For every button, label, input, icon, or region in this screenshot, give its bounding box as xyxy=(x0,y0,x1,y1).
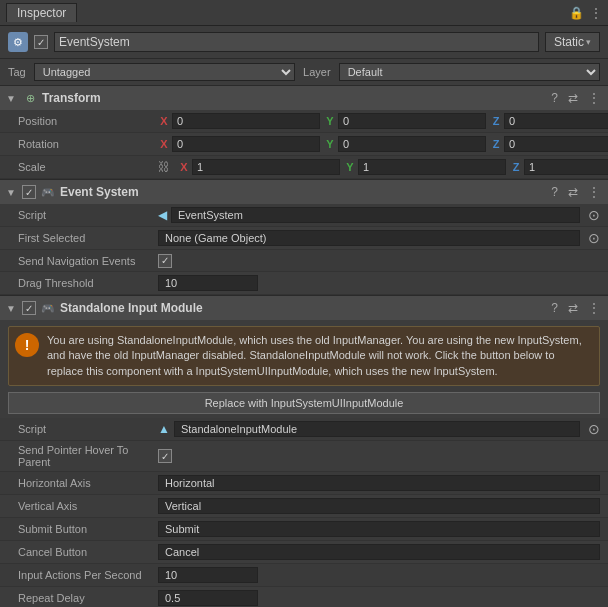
eventsystem-script-value: ◀ ⊙ xyxy=(158,207,600,223)
transform-header[interactable]: ▼ ⊕ Transform ? ⇄ ⋮ xyxy=(0,86,608,110)
standalone-repeatdelay-input[interactable] xyxy=(158,590,258,606)
position-x-input[interactable] xyxy=(172,113,320,129)
standalone-submit-row: Submit Button xyxy=(0,518,608,541)
standalone-header[interactable]: ▼ 🎮 Standalone Input Module ? ⇄ ⋮ xyxy=(0,296,608,320)
object-header: ⚙ Static ▾ xyxy=(0,26,608,59)
standalone-cancel-input[interactable] xyxy=(158,544,600,560)
inspector-tab-label: Inspector xyxy=(17,6,66,20)
rotation-z-field: Z xyxy=(490,136,608,152)
scale-z-input[interactable] xyxy=(524,159,608,175)
standalone-vaxis-input[interactable] xyxy=(158,498,600,514)
title-bar-icons: 🔒 ⋮ xyxy=(569,6,602,20)
eventsystem-dragthreshold-input[interactable] xyxy=(158,275,258,291)
eventsystem-firstselected-label: First Selected xyxy=(18,232,158,244)
object-name-input[interactable] xyxy=(54,32,539,52)
tag-select[interactable]: Untagged xyxy=(34,63,295,81)
rotation-y-field: Y xyxy=(324,136,486,152)
position-label: Position xyxy=(18,115,158,127)
warning-text: You are using StandaloneInputModule, whi… xyxy=(47,333,593,379)
standalone-settings-btn[interactable]: ⇄ xyxy=(566,301,580,315)
eventsystem-collapse-arrow: ▼ xyxy=(6,187,18,198)
standalone-inputactions-input[interactable] xyxy=(158,567,258,583)
static-dropdown-arrow: ▾ xyxy=(586,37,591,47)
rotation-x-input[interactable] xyxy=(172,136,320,152)
standalone-haxis-input[interactable] xyxy=(158,475,600,491)
rotation-y-label: Y xyxy=(324,138,336,150)
position-y-label: Y xyxy=(324,115,336,127)
standalone-checkbox[interactable] xyxy=(22,301,36,315)
standalone-inputactions-value xyxy=(158,567,600,583)
eventsystem-firstselected-row: First Selected ⊙ xyxy=(0,227,608,250)
rotation-z-input[interactable] xyxy=(504,136,608,152)
position-y-input[interactable] xyxy=(338,113,486,129)
eventsystem-script-row: Script ◀ ⊙ xyxy=(0,204,608,227)
replace-button[interactable]: Replace with InputSystemUIInputModule xyxy=(8,392,600,414)
standalone-sendpointer-value xyxy=(158,449,600,463)
active-checkbox[interactable] xyxy=(34,35,48,49)
eventsystem-settings-btn[interactable]: ⇄ xyxy=(566,185,580,199)
title-bar: Inspector 🔒 ⋮ xyxy=(0,0,608,26)
rotation-x-field: X xyxy=(158,136,320,152)
scale-x-field: X xyxy=(178,159,340,175)
standalone-submit-label: Submit Button xyxy=(18,523,158,535)
scale-y-input[interactable] xyxy=(358,159,506,175)
tag-label: Tag xyxy=(8,66,26,78)
eventsystem-script-pick[interactable]: ⊙ xyxy=(588,207,600,223)
tag-layer-row: Tag Untagged Layer Default xyxy=(0,59,608,86)
standalone-submit-input[interactable] xyxy=(158,521,600,537)
transform-collapse-arrow: ▼ xyxy=(6,93,18,104)
standalone-help-btn[interactable]: ? xyxy=(549,301,560,315)
lock-icon[interactable]: 🔒 xyxy=(569,6,584,20)
scale-x-input[interactable] xyxy=(192,159,340,175)
standalone-inputactions-label: Input Actions Per Second xyxy=(18,569,158,581)
scale-xyz: X Y Z xyxy=(178,159,608,175)
position-y-field: Y xyxy=(324,113,486,129)
scale-y-label: Y xyxy=(344,161,356,173)
sendnav-checkbox[interactable] xyxy=(158,254,172,268)
standalone-script-input[interactable] xyxy=(174,421,580,437)
eventsystem-script-label: Script xyxy=(18,209,158,221)
rotation-row: Rotation X Y Z xyxy=(0,133,608,156)
eventsystem-header[interactable]: ▼ 🎮 Event System ? ⇄ ⋮ xyxy=(0,180,608,204)
scale-lock-icon[interactable]: ⛓ xyxy=(158,160,170,174)
eventsystem-checkbox[interactable] xyxy=(22,185,36,199)
standalone-script-value: ▲ ⊙ xyxy=(158,421,600,437)
position-x-field: X xyxy=(158,113,320,129)
eventsystem-help-btn[interactable]: ? xyxy=(549,185,560,199)
transform-help-btn[interactable]: ? xyxy=(549,91,560,105)
standalone-vaxis-label: Vertical Axis xyxy=(18,500,158,512)
rotation-y-input[interactable] xyxy=(338,136,486,152)
inspector-tab[interactable]: Inspector xyxy=(6,3,77,22)
eventsystem-script-input[interactable] xyxy=(171,207,580,223)
standalone-cancel-label: Cancel Button xyxy=(18,546,158,558)
sendpointer-checkbox[interactable] xyxy=(158,449,172,463)
rotation-xyz: X Y Z xyxy=(158,136,608,152)
eventsystem-dragthreshold-row: Drag Threshold xyxy=(0,272,608,295)
eventsystem-sendnav-value xyxy=(158,254,600,268)
eventsystem-icon: 🎮 xyxy=(40,184,56,200)
transform-settings-btn[interactable]: ⇄ xyxy=(566,91,580,105)
eventsystem-dragthreshold-label: Drag Threshold xyxy=(18,277,158,289)
scale-y-field: Y xyxy=(344,159,506,175)
static-badge[interactable]: Static ▾ xyxy=(545,32,600,52)
scale-value: ⛓ X Y Z xyxy=(158,159,608,175)
layer-select[interactable]: Default xyxy=(339,63,600,81)
menu-icon[interactable]: ⋮ xyxy=(590,6,602,20)
standalone-script-label: Script xyxy=(18,423,158,435)
position-xyz: X Y Z xyxy=(158,113,608,129)
transform-menu-btn[interactable]: ⋮ xyxy=(586,91,602,105)
static-label: Static xyxy=(554,35,584,49)
eventsystem-title: Event System xyxy=(60,185,545,199)
standalone-repeatdelay-value xyxy=(158,590,600,606)
standalone-menu-btn[interactable]: ⋮ xyxy=(586,301,602,315)
eventsystem-section: ▼ 🎮 Event System ? ⇄ ⋮ Script ◀ ⊙ First … xyxy=(0,180,608,296)
eventsystem-firstselected-pick[interactable]: ⊙ xyxy=(588,230,600,246)
standalone-script-pick[interactable]: ⊙ xyxy=(588,421,600,437)
standalone-repeatdelay-label: Repeat Delay xyxy=(18,592,158,604)
position-z-input[interactable] xyxy=(504,113,608,129)
eventsystem-menu-btn[interactable]: ⋮ xyxy=(586,185,602,199)
position-row: Position X Y Z xyxy=(0,110,608,133)
eventsystem-firstselected-input[interactable] xyxy=(158,230,580,246)
standalone-haxis-value xyxy=(158,475,600,491)
scale-x-label: X xyxy=(178,161,190,173)
